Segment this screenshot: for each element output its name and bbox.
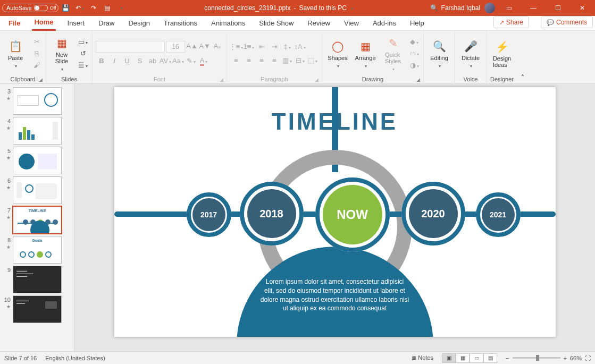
format-painter-icon[interactable]: 🖌 xyxy=(31,60,43,71)
dialog-launcher-icon[interactable]: ◢ xyxy=(39,77,43,82)
tab-addins[interactable]: Add-ins xyxy=(371,17,398,30)
justify-icon[interactable]: ≡ xyxy=(269,55,280,66)
qat-customize-icon[interactable] xyxy=(115,2,128,14)
zoom-out-icon[interactable]: − xyxy=(506,355,509,361)
maximize-icon[interactable]: ☐ xyxy=(547,0,568,16)
shape-fill-icon[interactable]: ◆ xyxy=(408,37,420,47)
comments-button[interactable]: Comments xyxy=(541,16,593,28)
avatar[interactable] xyxy=(484,3,495,13)
shadow-icon[interactable]: ab xyxy=(147,56,158,66)
italic-icon[interactable]: I xyxy=(108,56,120,66)
new-slide-button[interactable]: ▦ New Slide xyxy=(49,36,74,72)
font-color-icon[interactable]: A xyxy=(198,56,209,66)
tab-review[interactable]: Review xyxy=(305,17,332,30)
increase-font-icon[interactable]: A▲ xyxy=(186,41,198,52)
share-button[interactable]: Share xyxy=(493,16,529,28)
slide-thumbnail[interactable]: 8★ Goals xyxy=(0,235,74,265)
reset-icon[interactable]: ↺ xyxy=(77,48,89,59)
design-ideas-button[interactable]: ⚡Design Ideas xyxy=(490,39,514,68)
zoom-level[interactable]: 66% xyxy=(570,355,582,361)
numbering-icon[interactable]: 1≡ xyxy=(243,41,255,52)
quick-styles-button[interactable]: ✎Quick Styles xyxy=(381,36,405,72)
tab-animations[interactable]: Animations xyxy=(209,17,247,30)
collapse-ribbon-icon[interactable]: ˄ xyxy=(517,31,528,83)
slide-thumbnails-panel[interactable]: 3★ 4★ 5★ 6★ 7★ TIMELINE 8★ Goals 9 ▬▬▬▬▬… xyxy=(0,84,74,351)
slide-thumbnail[interactable]: 10★ ▬▬▬▬▬▬▬▬▬▬ xyxy=(0,294,74,324)
copy-icon[interactable]: ⎘ xyxy=(31,48,43,59)
minimize-icon[interactable]: — xyxy=(523,0,544,16)
tab-slideshow[interactable]: Slide Show xyxy=(257,17,296,30)
underline-icon[interactable]: U xyxy=(121,56,133,66)
bullets-icon[interactable]: ⋮≡ xyxy=(230,41,242,52)
tab-view[interactable]: View xyxy=(342,17,361,30)
bold-icon[interactable]: B xyxy=(96,56,107,66)
sorter-view-icon[interactable]: ▦ xyxy=(456,353,470,363)
slide-thumbnail[interactable]: 4★ xyxy=(0,116,74,146)
zoom-slider[interactable] xyxy=(513,357,560,359)
normal-view-icon[interactable]: ▣ xyxy=(442,353,456,363)
increase-indent-icon[interactable]: ⇥ xyxy=(269,41,280,52)
reading-view-icon[interactable]: ▭ xyxy=(470,353,483,363)
slide-title[interactable]: TIMELINE xyxy=(114,108,556,135)
slideshow-view-icon[interactable]: ▤ xyxy=(483,353,497,363)
change-case-icon[interactable]: Aa xyxy=(172,56,184,66)
shape-outline-icon[interactable]: ▭ xyxy=(408,48,420,59)
zoom-in-icon[interactable]: + xyxy=(564,355,567,361)
slide-thumbnail[interactable]: 3★ xyxy=(0,86,74,116)
search-icon[interactable]: 🔍 xyxy=(430,4,438,12)
slide-counter[interactable]: Slide 7 of 16 xyxy=(4,355,37,361)
timeline-node-2020[interactable]: 2020 xyxy=(401,182,465,246)
language-status[interactable]: English (United States) xyxy=(45,355,105,361)
tab-file[interactable]: File xyxy=(6,17,22,30)
user-name[interactable]: Farshad Iqbal xyxy=(441,4,480,12)
line-spacing-icon[interactable]: ‡ xyxy=(281,41,293,52)
slide-body-text[interactable]: Lorem ipsum dolor sit amet, consectetur … xyxy=(261,247,409,313)
align-right-icon[interactable]: ≡ xyxy=(256,55,267,66)
highlight-icon[interactable]: ✎ xyxy=(185,56,197,66)
redo-icon[interactable]: ↷ xyxy=(87,2,100,14)
strikethrough-icon[interactable]: S xyxy=(134,56,146,66)
smartart-icon[interactable]: ⬚ xyxy=(307,55,319,66)
timeline-node-2018[interactable]: 2018 xyxy=(240,182,304,246)
slide-canvas-area[interactable]: TIMELINE Lorem ipsum dolor sit amet, con… xyxy=(74,84,595,351)
autosave-toggle[interactable]: AutoSave Off xyxy=(2,4,58,12)
slide-thumbnail[interactable]: 9 ▬▬▬▬▬▬▬▬▬▬▬▬▬▬▬▬▬▬ xyxy=(0,265,74,294)
shapes-button[interactable]: ◯Shapes xyxy=(325,39,350,69)
align-text-icon[interactable]: ⊟ xyxy=(294,55,306,66)
tab-transitions[interactable]: Transitions xyxy=(162,17,199,30)
decrease-font-icon[interactable]: A▼ xyxy=(199,41,211,52)
fit-to-window-icon[interactable]: ⛶ xyxy=(585,355,591,361)
tab-help[interactable]: Help xyxy=(408,17,426,30)
dialog-launcher-icon[interactable]: ◢ xyxy=(220,77,223,82)
shape-effects-icon[interactable]: ◑ xyxy=(408,60,420,71)
slide-body-circle[interactable]: Lorem ipsum dolor sit amet, consectetur … xyxy=(237,247,433,337)
align-left-icon[interactable]: ≡ xyxy=(230,55,242,66)
timeline-node-now[interactable]: NOW xyxy=(315,177,390,252)
clear-formatting-icon[interactable]: Aₓ xyxy=(212,41,223,52)
section-icon[interactable]: ☰ xyxy=(77,60,89,71)
dialog-launcher-icon[interactable]: ◢ xyxy=(315,77,319,82)
tab-insert[interactable]: Insert xyxy=(65,17,87,30)
arrange-button[interactable]: ▦Arrange xyxy=(353,39,378,69)
align-center-icon[interactable]: ≡ xyxy=(243,55,255,66)
dialog-launcher-icon[interactable]: ◢ xyxy=(416,77,420,82)
tab-home[interactable]: Home xyxy=(32,16,55,31)
slide-thumbnail[interactable]: 5★ xyxy=(0,146,74,175)
timeline-node-2017[interactable]: 2017 xyxy=(187,192,231,237)
layout-icon[interactable]: ▭ xyxy=(77,37,89,47)
notes-button[interactable]: ≣ Notes xyxy=(412,354,433,361)
start-from-beginning-icon[interactable]: ▤ xyxy=(101,2,114,14)
text-direction-icon[interactable]: ↕A xyxy=(294,41,306,52)
font-family-input[interactable] xyxy=(96,41,165,53)
editing-button[interactable]: 🔍Editing xyxy=(427,39,451,69)
columns-icon[interactable]: ▥ xyxy=(281,55,293,66)
font-size-input[interactable] xyxy=(166,41,185,53)
paste-button[interactable]: 📋 Paste xyxy=(3,39,28,69)
slide-canvas[interactable]: TIMELINE Lorem ipsum dolor sit amet, con… xyxy=(114,87,556,337)
slide-thumbnail[interactable]: 6★ xyxy=(0,175,74,205)
save-icon[interactable]: 💾 xyxy=(60,2,72,14)
undo-icon[interactable]: ↶ xyxy=(73,2,86,14)
close-icon[interactable]: ✕ xyxy=(572,0,593,16)
title-dropdown-icon[interactable] xyxy=(350,4,353,12)
slide-thumbnail[interactable]: 7★ TIMELINE xyxy=(0,205,74,235)
